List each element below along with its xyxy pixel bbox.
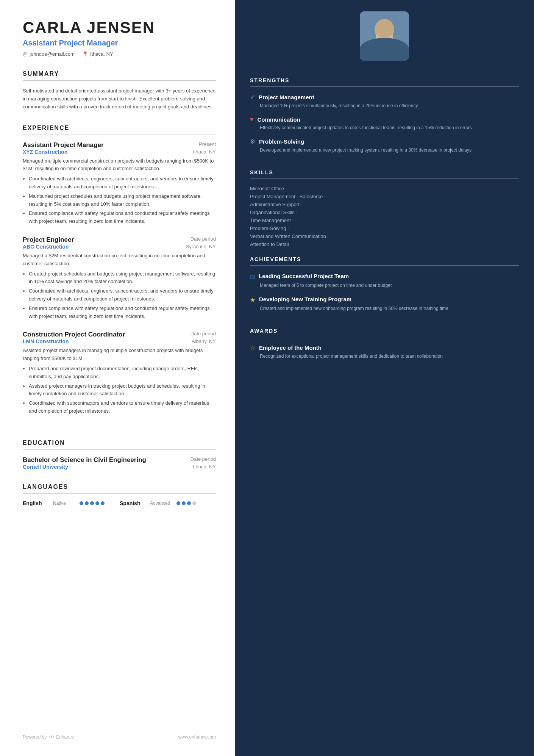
svg-rect-4 [376, 33, 393, 41]
achievement-desc-1: Managed team of 5 to complete project on… [250, 282, 519, 289]
edu-header-1: Bachelor of Science in Civil Engineering… [23, 456, 216, 464]
awards-title: AWARDS [250, 328, 519, 337]
exp-sub-header-1: XYZ Construction Ithaca, NY [23, 149, 216, 155]
exp-sub-header-2: ABC Construction Syracuse, NY [23, 244, 216, 250]
edu-sub-header-1: Cornell University Ithaca, NY [23, 464, 216, 470]
svg-point-2 [365, 46, 404, 61]
language-item-1: English Native [23, 500, 105, 506]
exp-date-2: Date period [190, 236, 216, 242]
dot [90, 501, 94, 505]
dot [187, 501, 191, 505]
heart-icon: ♥ [250, 116, 254, 123]
edu-degree-1: Bachelor of Science in Civil Engineering [23, 456, 146, 464]
star-outline-icon: ☆ [250, 344, 255, 351]
education-title: EDUCATION [23, 440, 216, 450]
language-name-1: English [23, 500, 49, 506]
location-value: Ithaca, NY [90, 51, 113, 57]
svg-point-3 [376, 20, 393, 37]
strength-desc-3: Developed and implemented a new project … [250, 147, 519, 153]
skill-item-3: Administrative Support · [250, 202, 519, 207]
strength-title-2: Communication [258, 116, 300, 123]
achievement-title-1: Leading Successful Project Team [259, 272, 349, 280]
exp-location-1: Ithaca, NY [193, 149, 216, 155]
footer-logo: Powered by ∞ Enhancv [23, 733, 74, 741]
language-item-2: Spanish Advanced [120, 500, 196, 506]
exp-bullet-3-2: Assisted project managers in tracking pr… [29, 382, 216, 398]
location-contact: 📍 Ithaca, NY [82, 51, 113, 57]
experience-item-1: Assistant Project Manager Present XYZ Co… [23, 141, 216, 225]
strength-title-1: Project Management [259, 94, 314, 100]
email-value: johndoe@email.com [30, 51, 75, 57]
award-desc-1: Recognized for exceptional project manag… [250, 353, 519, 360]
strength-header-2: ♥ Communication [250, 116, 519, 123]
flag-icon: ⊟ [250, 273, 255, 280]
experience-section: EXPERIENCE Assistant Project Manager Pre… [23, 125, 216, 426]
education-item-1: Bachelor of Science in Civil Engineering… [23, 456, 216, 470]
award-title-1: Employee of the Month [259, 344, 322, 351]
exp-bullets-3: Prepared and reviewed project documentat… [23, 365, 216, 415]
dot [176, 501, 180, 505]
skill-item-5: Time Management · [250, 218, 519, 223]
exp-bullet-2-1: Created project schedules and budgets us… [29, 270, 216, 286]
language-dots-1 [80, 501, 105, 505]
summary-section: SUMMARY Self-motivated and detail-orient… [23, 70, 216, 111]
language-name-2: Spanish [120, 500, 146, 506]
achievements-title: ACHIEVEMENTS [250, 256, 519, 266]
exp-date-1: Present [199, 141, 216, 147]
exp-job-title-2: Project Engineer [23, 236, 74, 244]
candidate-title: Assistant Project Manager [23, 39, 216, 47]
skill-item-2: Project Management · Salesforce · [250, 194, 519, 199]
exp-location-2: Syracuse, NY [186, 244, 216, 250]
candidate-name: CARLA JENSEN [23, 19, 216, 36]
footer: Powered by ∞ Enhancv www.enhancv.com [23, 722, 216, 741]
email-icon: @ [23, 51, 28, 57]
email-contact: @ johndoe@email.com [23, 51, 75, 57]
exp-sub-header-3: LMN Construction Albany, NY [23, 338, 216, 344]
footer-website: www.enhancv.com [178, 734, 216, 740]
exp-bullet-3-3: Coordinated with subcontractors and vend… [29, 399, 216, 415]
award-item-1: ☆ Employee of the Month Recognized for e… [250, 344, 519, 360]
achievement-header-2: ★ Developing New Training Program [250, 296, 519, 304]
education-section: EDUCATION Bachelor of Science in Civil E… [23, 440, 216, 470]
strength-item-1: ✔ Project Management Managed 10+ project… [250, 94, 519, 109]
powered-by-label: Powered by [23, 734, 47, 740]
location-icon: 📍 [82, 51, 88, 57]
dot [101, 501, 105, 505]
exp-bullets-1: Coordinated with architects, engineers, … [23, 175, 216, 225]
right-panel: STRENGTHS ✔ Project Management Managed 1… [235, 0, 534, 756]
strength-item-2: ♥ Communication Effectively communicated… [250, 116, 519, 131]
skills-section: SKILLS Microsoft Office · Project Manage… [235, 169, 534, 247]
exp-date-3: Date period [190, 331, 216, 337]
exp-desc-2: Managed a $2M residential construction p… [23, 252, 216, 268]
contact-row: @ johndoe@email.com 📍 Ithaca, NY [23, 51, 216, 57]
skill-item-7: Verbal and Written Communication · [250, 233, 519, 239]
star-filled-icon: ★ [250, 296, 255, 304]
exp-bullet-1-1: Coordinated with architects, engineers, … [29, 175, 216, 191]
strength-desc-2: Effectively communicated project updates… [250, 124, 519, 131]
dot [192, 501, 196, 505]
dot [80, 501, 83, 505]
language-level-1: Native [53, 501, 76, 506]
exp-desc-3: Assisted project managers in managing mu… [23, 347, 216, 363]
skills-list: Microsoft Office · Project Management · … [250, 186, 519, 247]
exp-company-1: XYZ Construction [23, 149, 67, 155]
edu-date-1: Date period [190, 456, 216, 464]
achievement-title-2: Developing New Training Program [259, 296, 351, 303]
exp-bullet-2-2: Coordinated with architects, engineers, … [29, 287, 216, 303]
strength-desc-1: Managed 10+ projects simultaneously, res… [250, 102, 519, 109]
summary-text: Self-motivated and detail-oriented assis… [23, 87, 216, 111]
strength-title-3: Problem-Solving [259, 138, 304, 145]
achievement-desc-2: Created and implemented new onboarding p… [250, 305, 519, 312]
checkmark-icon: ✔ [250, 94, 255, 101]
skills-title: SKILLS [250, 169, 519, 179]
exp-bullet-3-1: Prepared and reviewed project documentat… [29, 365, 216, 381]
language-level-2: Advanced [150, 501, 173, 506]
infinity-icon: ∞ [49, 733, 54, 741]
strengths-section: STRENGTHS ✔ Project Management Managed 1… [235, 77, 534, 160]
strength-header-3: ⚙ Problem-Solving [250, 138, 519, 145]
skill-item-6: Problem-Solving · [250, 225, 519, 231]
exp-bullet-2-3: Ensured compliance with safety regulatio… [29, 305, 216, 321]
achievement-item-1: ⊟ Leading Successful Project Team Manage… [250, 272, 519, 289]
languages-section: LANGUAGES English Native Spanish Advance… [23, 484, 216, 506]
exp-job-title-1: Assistant Project Manager [23, 141, 104, 149]
